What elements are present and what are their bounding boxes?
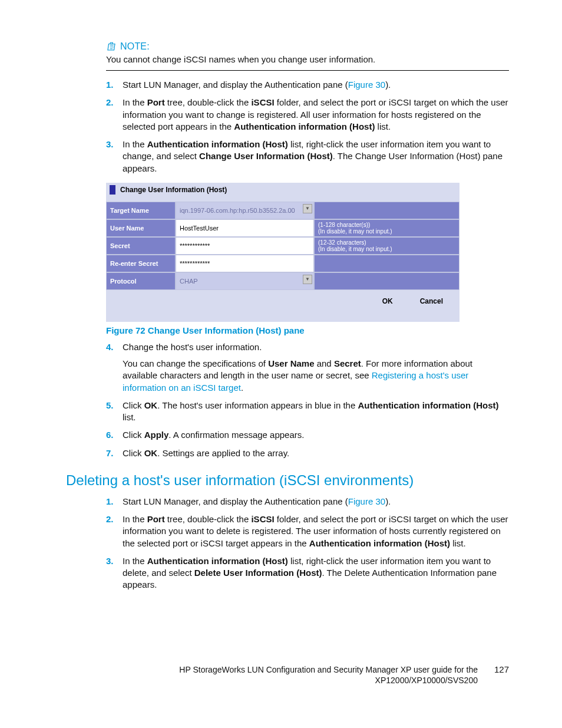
step-5: 5. Click OK. The host's user information… [106, 400, 509, 424]
step-number: 5. [106, 400, 114, 411]
step-text: Click OK. Settings are applied to the ar… [123, 448, 289, 458]
target-name-dropdown[interactable]: iqn.1997-06.com.hp:hp.r50.b3552.2a.00 ▼ [176, 202, 314, 219]
empty-cell [314, 272, 459, 290]
step-number: 2. [106, 513, 114, 525]
empty-cell [314, 255, 459, 272]
step-4: 4. Change the host's user information. Y… [106, 341, 509, 394]
step-3: 3. In the Authentication information (Ho… [106, 555, 509, 591]
figure-30-link[interactable]: Figure 30 [348, 80, 385, 90]
step-text: Click OK. The host's user information ap… [123, 400, 499, 422]
secret-input[interactable]: ************ [176, 237, 314, 255]
user-name-label: User Name [106, 219, 176, 237]
secret-label: Secret [106, 237, 176, 255]
target-name-value: iqn.1997-06.com.hp:hp.r50.b3552.2a.00 [180, 207, 295, 214]
note-label: NOTE: [120, 41, 150, 52]
step-number: 2. [106, 97, 114, 108]
protocol-label: Protocol [106, 272, 176, 290]
figure-72: Change User Information (Host) Target Na… [106, 183, 509, 335]
section-deleting-heading: Deleting a host's user information (iSCS… [66, 472, 509, 489]
reenter-secret-label: Re-enter Secret [106, 255, 176, 272]
procedure-change-user-info: 1. Start LUN Manager, and display the Au… [106, 79, 509, 174]
protocol-value: CHAP [180, 278, 198, 285]
step-2: 2. In the Port tree, double-click the iS… [106, 513, 509, 549]
reenter-secret-input[interactable]: ************ [176, 255, 314, 272]
note-body: You cannot change iSCSI names when you c… [106, 54, 509, 64]
step-2: 2. In the Port tree, double-click the iS… [106, 97, 509, 133]
note-icon [106, 41, 117, 52]
step-number: 7. [106, 447, 114, 459]
step-number: 3. [106, 139, 114, 150]
step-text: Change the host's user information. [123, 342, 262, 352]
step-number: 4. [106, 341, 114, 353]
figure-caption: Figure 72 Change User Information (Host)… [106, 325, 509, 335]
procedure-delete-user-info: 1. Start LUN Manager, and display the Au… [106, 496, 509, 591]
note-divider [106, 70, 509, 71]
step-number: 6. [106, 429, 114, 441]
step-1: 1. Start LUN Manager, and display the Au… [106, 79, 509, 91]
step-3: 3. In the Authentication information (Ho… [106, 139, 509, 174]
step-1: 1. Start LUN Manager, and display the Au… [106, 496, 509, 508]
user-name-input[interactable]: HostTestUser [176, 219, 314, 237]
target-name-label: Target Name [106, 202, 176, 219]
step-text: In the Port tree, double-click the iSCSI… [123, 514, 508, 548]
step-number: 1. [106, 496, 114, 508]
ok-button[interactable]: OK [379, 296, 396, 307]
secret-hint: (12-32 characters) (In disable, it may n… [314, 237, 459, 255]
step-number: 3. [106, 555, 114, 567]
step-text: Click Apply. A confirmation message appe… [123, 430, 304, 440]
step-4-detail: You can change the specifications of Use… [123, 358, 509, 394]
page-number: 127 [494, 664, 509, 674]
form-grid: Target Name iqn.1997-06.com.hp:hp.r50.b3… [106, 202, 459, 290]
footer-text: HP StorageWorks LUN Configuration and Se… [179, 664, 478, 686]
step-number: 1. [106, 79, 114, 91]
step-text: In the Authentication information (Host)… [123, 556, 497, 590]
step-6: 6. Click Apply. A confirmation message a… [106, 429, 509, 441]
step-text: Start LUN Manager, and display the Authe… [123, 80, 391, 90]
pane-title-row: Change User Information (Host) [106, 183, 459, 202]
protocol-dropdown[interactable]: CHAP ▼ [176, 272, 314, 290]
note-header: NOTE: [106, 41, 509, 52]
step-7: 7. Click OK. Settings are applied to the… [106, 447, 509, 459]
figure-30-link[interactable]: Figure 30 [348, 496, 385, 506]
title-bar-accent [110, 185, 115, 195]
step-text: In the Port tree, double-click the iSCSI… [123, 97, 508, 131]
button-row: OK Cancel [106, 290, 459, 322]
user-name-hint: (1-128 character(s)) (In disable, it may… [314, 219, 459, 237]
procedure-change-user-info-cont: 4. Change the host's user information. Y… [106, 341, 509, 459]
empty-cell [314, 202, 459, 219]
change-user-info-pane: Change User Information (Host) Target Na… [106, 183, 459, 322]
pane-title: Change User Information (Host) [120, 186, 227, 194]
page-content: NOTE: You cannot change iSCSI names when… [0, 0, 562, 591]
page-footer: HP StorageWorks LUN Configuration and Se… [0, 664, 562, 686]
cancel-button[interactable]: Cancel [416, 296, 447, 307]
step-text: In the Authentication information (Host)… [123, 139, 503, 173]
chevron-down-icon[interactable]: ▼ [303, 275, 312, 284]
chevron-down-icon[interactable]: ▼ [303, 204, 312, 213]
step-text: Start LUN Manager, and display the Authe… [123, 496, 391, 506]
